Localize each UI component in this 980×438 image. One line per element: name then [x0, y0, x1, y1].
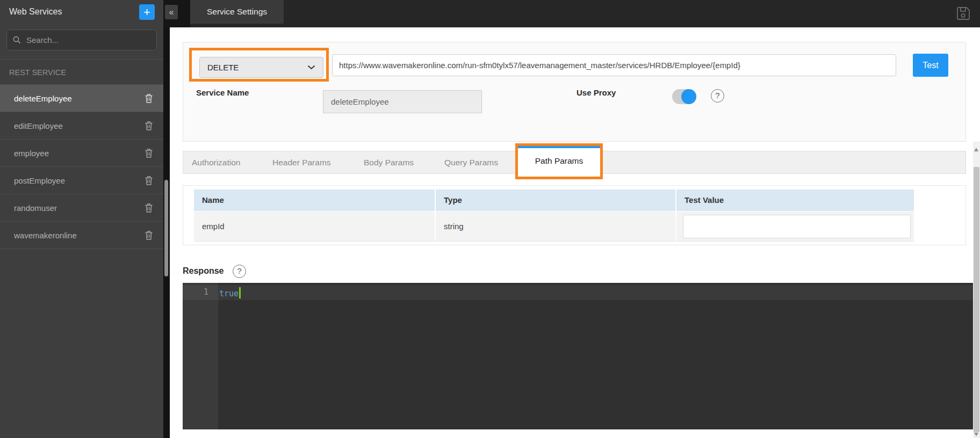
trash-icon[interactable] [145, 121, 153, 131]
line-number: 1 [183, 287, 208, 297]
editor-gutter [183, 283, 218, 429]
code-token: true [219, 289, 239, 298]
cell-param-type: string [435, 211, 675, 241]
sidebar-item-editEmployee[interactable]: editEmployee [0, 112, 163, 140]
params-table: Name Type Test Value empId string [194, 189, 914, 242]
search-icon [12, 35, 21, 45]
collapse-sidebar-button[interactable]: « [165, 5, 178, 19]
sidebar-item-postEmployee[interactable]: postEmployee [0, 167, 163, 194]
text-cursor [239, 287, 241, 298]
sidebar-header: Web Services + [0, 0, 163, 27]
tab-authorization[interactable]: Authorization [192, 151, 240, 173]
content-scrollbar[interactable] [973, 142, 980, 438]
toggle-knob [681, 89, 696, 104]
method-highlight-box: DELETE [189, 48, 329, 82]
tab-query-params[interactable]: Query Params [444, 151, 498, 173]
trash-icon[interactable] [145, 176, 153, 186]
search-input[interactable] [26, 35, 145, 45]
path-params-highlight-box: Path Params [515, 143, 603, 179]
service-name-label: Service Name [196, 88, 249, 97]
sidebar-item-wavemakeronline[interactable]: wavemakeronline [0, 222, 163, 249]
content-scrollbar-thumb[interactable] [974, 167, 979, 432]
scroll-down-arrow-icon[interactable] [974, 433, 978, 436]
editor-active-line [183, 285, 973, 300]
response-editor[interactable]: 1 true [183, 283, 973, 429]
cell-param-name: empId [194, 211, 435, 241]
trash-icon[interactable] [145, 93, 153, 104]
service-item-label: postEmployee [14, 176, 65, 185]
path-params-panel: Name Type Test Value empId string [183, 185, 966, 245]
service-item-label: editEmployee [14, 121, 63, 130]
column-header-test-value: Test Value [675, 189, 914, 211]
sidebar-item-employee[interactable]: employee [0, 140, 163, 167]
service-item-label: wavemakeronline [14, 231, 77, 240]
tab-header-params[interactable]: Header Params [272, 151, 331, 173]
service-item-label: deleteEmployee [14, 94, 72, 103]
tab-service-settings[interactable]: Service Settings [190, 0, 284, 24]
column-header-type: Type [435, 189, 675, 211]
method-select-value: DELETE [207, 63, 307, 72]
active-tab-indicator [518, 146, 600, 148]
test-value-input[interactable] [683, 215, 911, 238]
column-header-name: Name [194, 189, 435, 211]
request-settings-panel: DELETE Test Service Name Use Proxy ? [183, 42, 966, 142]
service-item-label: employee [14, 149, 49, 158]
sidebar-item-deleteEmployee[interactable]: deleteEmployee [0, 85, 163, 112]
table-row: empId string [194, 211, 914, 242]
test-button[interactable]: Test [913, 54, 948, 77]
add-service-button[interactable]: + [139, 4, 155, 20]
trash-icon[interactable] [145, 230, 153, 240]
service-item-label: randomuser [14, 203, 57, 213]
tab-path-params[interactable]: Path Params [518, 146, 600, 177]
sidebar-title: Web Services [9, 7, 62, 17]
sidebar: Web Services + REST SERVICE deleteEmploy… [0, 0, 163, 438]
chevron-down-icon [307, 65, 315, 70]
response-code: true [219, 287, 241, 298]
topbar: « Service Settings [163, 0, 980, 27]
response-label: Response [183, 266, 224, 276]
use-proxy-label: Use Proxy [577, 88, 616, 97]
sidebar-scrollbar[interactable] [163, 0, 170, 438]
response-help-icon[interactable]: ? [233, 265, 246, 278]
save-icon[interactable] [956, 6, 971, 23]
url-input[interactable] [332, 54, 896, 76]
proxy-help-icon[interactable]: ? [711, 89, 724, 103]
use-proxy-toggle[interactable] [672, 89, 696, 104]
service-list: deleteEmployee editEmployee employee pos… [0, 85, 163, 249]
trash-icon[interactable] [145, 203, 153, 213]
method-select[interactable]: DELETE [199, 57, 323, 78]
active-tab-label: Path Params [518, 156, 600, 166]
section-rest-service: REST SERVICE [0, 59, 163, 85]
scroll-up-arrow-icon[interactable] [974, 148, 978, 151]
sidebar-item-randomuser[interactable]: randomuser [0, 194, 163, 222]
service-name-input[interactable] [323, 90, 482, 113]
table-header-row: Name Type Test Value [194, 189, 914, 211]
tab-body-params[interactable]: Body Params [364, 151, 414, 173]
cell-test-value [675, 211, 914, 241]
search-box[interactable] [6, 30, 157, 50]
app-window: Web Services + REST SERVICE deleteEmploy… [0, 0, 980, 438]
sidebar-scrollbar-thumb[interactable] [164, 180, 168, 276]
trash-icon[interactable] [145, 148, 153, 158]
